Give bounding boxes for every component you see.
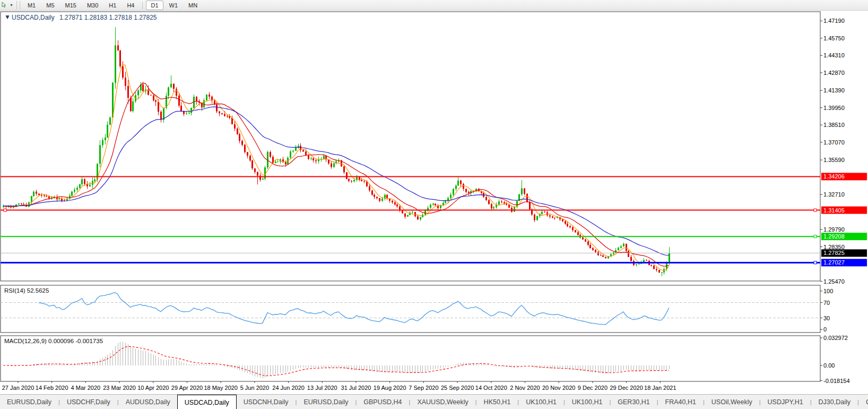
chart-tab-hk50-h1[interactable]: HK50,H1 <box>477 395 518 409</box>
price-tick-label: 1.44310 <box>823 52 845 58</box>
date-tick-label: 14 Feb 2020 <box>36 385 68 391</box>
chart-tab-usoil-weekly[interactable]: USOil,Weekly <box>705 395 759 409</box>
rsi-label: RSI(14) 52.5625 <box>4 287 49 294</box>
cursor-tool-button[interactable]: ▼ <box>0 0 15 10</box>
date-tick-label: 13 Jul 2020 <box>307 385 337 391</box>
date-tick-label: 18 Jan 2021 <box>644 385 676 391</box>
timeframe-button-d1[interactable]: D1 <box>146 1 163 10</box>
date-tick-label: 7 Sep 2020 <box>409 385 438 391</box>
timeframe-button-w1[interactable]: W1 <box>164 1 183 10</box>
price-badge-1.29208-text: 1.29208 <box>823 233 845 240</box>
date-tick-label: 19 Aug 2020 <box>374 385 406 391</box>
chart-tab-usdcnh-daily[interactable]: USDCNH,Daily <box>237 395 296 409</box>
chart-tab-eurusd-daily[interactable]: EURUSD,Daily <box>297 395 355 409</box>
timeframe-button-h4[interactable]: H4 <box>122 1 139 10</box>
hline-handle <box>4 209 6 211</box>
chart-title-symbol: USDCAD,Daily <box>12 14 55 21</box>
date-tick-label: 18 May 2020 <box>204 385 238 391</box>
timeframe-button-m15[interactable]: M15 <box>60 1 81 10</box>
chart-tab-dj30-daily[interactable]: DJ30,Daily <box>812 395 857 409</box>
date-tick-label: 27 Jan 2020 <box>2 385 34 391</box>
date-tick-label: 31 Jul 2020 <box>341 385 371 391</box>
chevron-down-icon: ▼ <box>10 3 13 7</box>
chart-tab-audusd-daily[interactable]: AUDUSD,Daily <box>119 395 177 409</box>
price-badge-1.31405-text: 1.31405 <box>823 207 845 214</box>
toolbar-separator <box>142 2 143 9</box>
price-tick-label: 1.29790 <box>823 226 845 233</box>
timeframe-button-h1[interactable]: H1 <box>104 1 121 10</box>
timeframe-button-mn[interactable]: MN <box>184 1 202 10</box>
price-tick-label: 1.47190 <box>823 18 845 24</box>
chart-dropdown-icon[interactable]: ▼ <box>4 13 11 21</box>
chart-tab-uk100-h1[interactable]: UK100,H1 <box>565 395 610 409</box>
timeframe-button-m30[interactable]: M30 <box>82 1 103 10</box>
price-tick-label: 1.32710 <box>823 191 845 198</box>
date-tick-label: 2 Nov 2020 <box>510 385 540 391</box>
timeframe-button-m1[interactable]: M1 <box>23 1 40 10</box>
date-tick-label: 14 Oct 2020 <box>475 385 507 391</box>
date-tick-label: 20 Nov 2020 <box>542 385 575 391</box>
chart-tab-xauusd-weekly[interactable]: XAUUSD,Weekly <box>410 395 475 409</box>
price-badge-1.27027-text: 1.27027 <box>823 259 845 266</box>
price-tick-label: 1.45750 <box>823 35 845 41</box>
chart-tab-usdjpy-h1[interactable]: USDJPY,H1 <box>761 395 810 409</box>
date-tick-label: 23 Mar 2020 <box>103 385 136 391</box>
price-tick-label: 1.38510 <box>823 122 845 128</box>
date-tick-label: 4 Mar 2020 <box>71 385 101 391</box>
macd-tick-label: 0.032972 <box>823 335 848 341</box>
date-tick-label: 5 Jun 2020 <box>240 385 269 391</box>
date-tick-label: 10 Apr 2020 <box>137 385 169 391</box>
rsi-tick-label: 100 <box>823 288 833 294</box>
chart-canvas[interactable]: 1.471901.457501.443101.428701.413901.399… <box>0 0 868 409</box>
chart-tab-usdcad-daily[interactable]: USDCAD,Daily <box>177 395 237 409</box>
price-tick-label: 1.37070 <box>823 139 845 146</box>
date-tick-label: 9 Dec 2020 <box>578 385 607 391</box>
chart-tab-fra40-h1[interactable]: FRA40,H1 <box>658 395 703 409</box>
rsi-tick-label: 0 <box>823 326 827 333</box>
toolbar-grip-handle[interactable] <box>16 1 20 9</box>
macd-tick-label: -0.018154 <box>823 378 850 384</box>
price-tick-label: 1.25470 <box>823 278 845 285</box>
date-tick-label: 29 Dec 2020 <box>610 385 643 391</box>
chart-tab-bar: EURUSD,Daily|USDCHF,Daily|AUDUSD,DailyUS… <box>0 394 868 409</box>
date-tick-label: 25 Sep 2020 <box>441 385 474 391</box>
price-tick-label: 1.42870 <box>823 70 845 76</box>
macd-label: MACD(12,26,9) 0.000096 -0.001735 <box>4 338 103 344</box>
timeframe-toolbar: ▼ M1M5M15M30H1H4D1W1MN <box>0 0 868 11</box>
cursor-icon <box>1 2 8 8</box>
price-tick-label: 1.39950 <box>823 105 845 111</box>
price-tick-label: 1.35590 <box>823 157 845 163</box>
pane-frame <box>1 285 820 333</box>
hline-handle <box>814 261 817 264</box>
hline-handle <box>814 235 817 238</box>
pane-frame <box>1 336 820 381</box>
hline-handle <box>814 209 817 211</box>
chart-tab-usdchf-daily[interactable]: USDCHF,Daily <box>60 395 117 409</box>
price-tick-label: 1.41390 <box>823 87 845 93</box>
chart-tab-china300-h1[interactable]: CHINA300,H1 <box>859 395 868 409</box>
chart-tab-eurusd-daily[interactable]: EURUSD,Daily <box>0 395 58 409</box>
rsi-tick-label: 30 <box>823 315 830 321</box>
price-tick-label: 1.28350 <box>823 244 845 250</box>
date-tick-label: 29 Apr 2020 <box>171 385 203 391</box>
macd-tick-label: 0.00 <box>823 362 835 369</box>
current-price-badge-text: 1.27825 <box>823 250 845 256</box>
chart-title-ohlc: 1.27871 1.28183 1.27818 1.27825 <box>59 14 157 21</box>
price-badge-1.34206-text: 1.34206 <box>823 173 845 180</box>
chart-tab-ger30-h1[interactable]: GER30,H1 <box>611 395 656 409</box>
chart-tab-gbpusd-h4[interactable]: GBPUSD,H4 <box>357 395 409 409</box>
date-tick-label: 24 Jun 2020 <box>272 385 305 391</box>
timeframe-button-m5[interactable]: M5 <box>41 1 59 10</box>
rsi-tick-label: 70 <box>823 300 830 306</box>
chart-tab-uk100-h1[interactable]: UK100,H1 <box>519 395 563 409</box>
